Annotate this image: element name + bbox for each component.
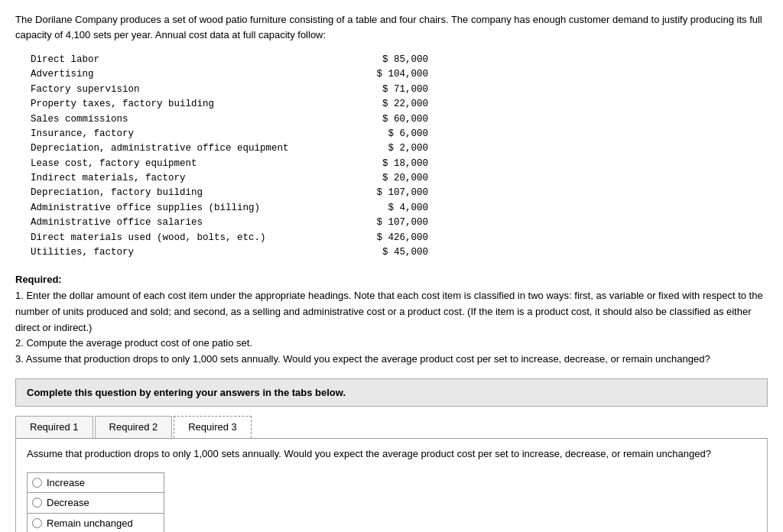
cost-label: Administrative office supplies (billing)	[31, 201, 352, 216]
cost-row: Depreciation, factory building$ 107,000	[31, 186, 428, 200]
cost-label: Sales commissions	[31, 112, 352, 127]
cost-label: Advertising	[31, 67, 352, 82]
cost-value: $ 4,000	[352, 201, 428, 216]
cost-table: Direct labor$ 85,000Advertising$ 104,000…	[31, 53, 768, 260]
tab3-content-text: Assume that production drops to only 1,0…	[27, 446, 756, 462]
tab-req1[interactable]: Required 1	[15, 416, 93, 438]
radio-option-unchanged[interactable]: Remain unchanged	[27, 513, 164, 532]
tabs-container: Required 1Required 2Required 3 Assume th…	[15, 416, 768, 532]
radio-input-decrease[interactable]	[32, 498, 42, 508]
cost-value: $ 2,000	[352, 141, 428, 156]
cost-row: Factory supervision$ 71,000	[31, 83, 428, 97]
cost-label: Utilities, factory	[31, 245, 352, 260]
cost-label: Property taxes, factory building	[31, 97, 352, 112]
cost-label: Lease cost, factory equipment	[31, 157, 352, 171]
cost-label: Insurance, factory	[31, 127, 352, 141]
radio-group: IncreaseDecreaseRemain unchanged	[27, 472, 756, 532]
radio-label-increase: Increase	[47, 475, 85, 491]
tab-req2[interactable]: Required 2	[95, 416, 173, 438]
radio-label-decrease: Decrease	[47, 495, 89, 511]
cost-row: Lease cost, factory equipment$ 18,000	[31, 157, 428, 171]
radio-input-increase[interactable]	[32, 478, 42, 488]
radio-option-increase[interactable]: Increase	[27, 472, 164, 494]
cost-row: Utilities, factory$ 45,000	[31, 245, 428, 260]
cost-row: Indirect materials, factory$ 20,000	[31, 171, 428, 186]
complete-box: Complete this question by entering your …	[15, 378, 768, 407]
cost-label: Direct materials used (wood, bolts, etc.…	[31, 231, 352, 245]
required-item-2: 2. Compute the average product cost of o…	[15, 336, 768, 352]
cost-row: Advertising$ 104,000	[31, 67, 428, 82]
cost-row: Depreciation, administrative office equi…	[31, 141, 428, 156]
required-heading: Required:	[15, 274, 62, 285]
cost-value: $ 18,000	[352, 157, 428, 171]
cost-label: Depreciation, factory building	[31, 186, 352, 200]
required-item-3: 3. Assume that production drops to only …	[15, 352, 768, 368]
cost-value: $ 20,000	[352, 171, 428, 186]
cost-row: Insurance, factory$ 6,000	[31, 127, 428, 141]
radio-input-unchanged[interactable]	[32, 518, 42, 528]
radio-option-decrease[interactable]: Decrease	[27, 492, 164, 514]
cost-value: $ 45,000	[352, 245, 428, 260]
cost-row: Administrative office supplies (billing)…	[31, 201, 428, 216]
cost-row: Direct materials used (wood, bolts, etc.…	[31, 231, 428, 245]
cost-value: $ 85,000	[352, 53, 428, 67]
required-item-1: 1. Enter the dollar amount of each cost …	[15, 288, 768, 336]
tabs-row: Required 1Required 2Required 3	[15, 416, 768, 439]
cost-row: Sales commissions$ 60,000	[31, 112, 428, 127]
cost-value: $ 104,000	[352, 67, 428, 82]
intro-text: The Dorilane Company produces a set of w…	[15, 12, 768, 42]
cost-value: $ 107,000	[352, 216, 428, 230]
required-section: Required: 1. Enter the dollar amount of …	[15, 272, 768, 368]
cost-label: Factory supervision	[31, 83, 352, 97]
cost-value: $ 6,000	[352, 127, 428, 141]
cost-row: Direct labor$ 85,000	[31, 53, 428, 67]
cost-row: Property taxes, factory building$ 22,000	[31, 97, 428, 112]
cost-value: $ 60,000	[352, 112, 428, 127]
complete-box-text: Complete this question by entering your …	[27, 387, 346, 398]
cost-label: Direct labor	[31, 53, 352, 67]
cost-label: Administrative office salaries	[31, 216, 352, 230]
cost-value: $ 426,000	[352, 231, 428, 245]
tab-req3[interactable]: Required 3	[174, 416, 252, 438]
cost-value: $ 22,000	[352, 97, 428, 112]
cost-label: Indirect materials, factory	[31, 171, 352, 186]
cost-value: $ 71,000	[352, 83, 428, 97]
cost-row: Administrative office salaries$ 107,000	[31, 216, 428, 230]
cost-value: $ 107,000	[352, 186, 428, 200]
tab-content: Assume that production drops to only 1,0…	[15, 439, 768, 532]
cost-label: Depreciation, administrative office equi…	[31, 141, 352, 156]
radio-label-unchanged: Remain unchanged	[47, 516, 133, 531]
